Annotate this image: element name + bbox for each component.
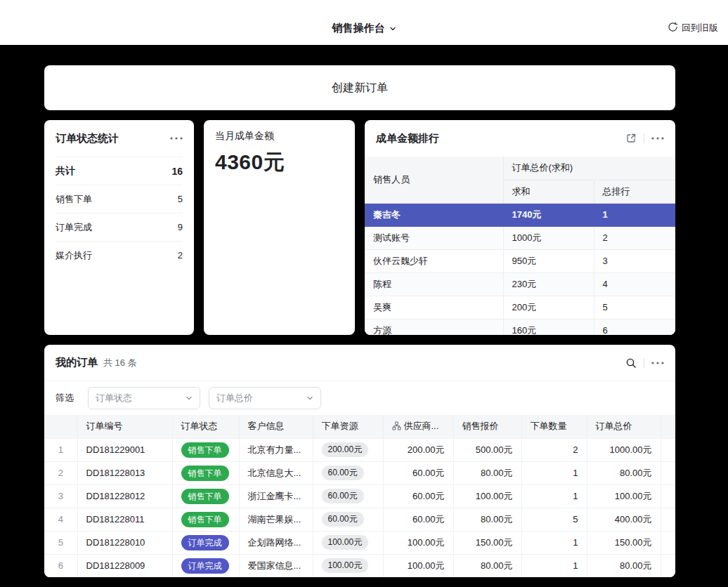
ranking-table: 销售人员 订单总价(求和) 求和 总排行 秦吉冬 1: [365, 157, 675, 335]
more-icon[interactable]: [170, 137, 183, 140]
row-index: 6: [44, 554, 77, 577]
rank-number: 5: [594, 296, 675, 319]
order-sum: 230元: [503, 272, 594, 296]
stats-row: 订单状态统计 共计 16 销售下单 5: [44, 120, 675, 335]
salesperson-name: 吴爽: [365, 296, 503, 319]
salesperson-name: 测试账号: [365, 226, 503, 249]
sales-quote: 150.00元: [453, 531, 521, 554]
filler-cell: [661, 484, 675, 508]
col-sum: 求和: [503, 180, 594, 203]
supplier-price: 60.00元: [383, 484, 453, 508]
status-row[interactable]: 共计 16: [56, 157, 183, 185]
order-total-filter[interactable]: 订单总价: [209, 387, 321, 409]
salesperson-name: 秦吉冬: [365, 203, 503, 226]
search-icon[interactable]: [625, 357, 637, 369]
order-row[interactable]: 3 DD181228012 销售下单 浙江金鹰卡... 60.00元 60.00…: [44, 484, 675, 508]
more-icon[interactable]: [651, 362, 664, 364]
supplier-price: 60.00元: [383, 461, 453, 484]
order-quantity: 2: [521, 438, 587, 461]
resource-cell: 100.00元: [313, 554, 383, 577]
monthly-amount-value: 4360元: [215, 148, 344, 177]
order-quantity: 1: [521, 531, 587, 554]
col-order-quantity[interactable]: 下单数量: [521, 415, 587, 438]
ranking-row[interactable]: 吴爽 200元 5: [365, 296, 675, 319]
status-value: 16: [171, 166, 183, 177]
filler-cell: [661, 438, 675, 461]
col-order-resource[interactable]: 下单资源: [313, 415, 383, 438]
resource-cell: 100.00元: [313, 531, 383, 554]
sales-quote: 80.00元: [453, 554, 521, 577]
order-quantity: 1: [521, 554, 587, 577]
divider: [644, 358, 644, 368]
status-row[interactable]: 销售下单 5: [56, 185, 183, 213]
order-total: 80.00元: [587, 461, 661, 484]
chevron-down-icon: [186, 393, 193, 404]
orders-card-actions: [625, 357, 664, 369]
status-badge: 销售下单: [181, 442, 229, 458]
more-icon[interactable]: [651, 137, 664, 140]
lookup-icon: [392, 421, 404, 431]
col-order-number[interactable]: 订单编号: [77, 415, 172, 438]
ranking-row[interactable]: 陈程 230元 4: [365, 272, 675, 296]
salesperson-name: 伙伴云魏少轩: [365, 249, 503, 272]
resource-cell: 200.00元: [313, 438, 383, 461]
status-card-title: 订单状态统计: [56, 132, 119, 145]
order-quantity: 1: [521, 484, 587, 508]
order-row[interactable]: 2 DD181228013 销售下单 北京信息大... 60.00元 60.00…: [44, 461, 675, 484]
rank-number: 1: [594, 203, 675, 226]
order-row[interactable]: 6 DD181228009 订单完成 爱国家信息... 100.00元 100.…: [44, 554, 675, 577]
ranking-card-header: 成单金额排行: [365, 120, 675, 157]
export-icon[interactable]: [625, 133, 637, 144]
status-badge: 销售下单: [181, 489, 229, 504]
sales-quote: 80.00元: [453, 508, 521, 531]
orders-table: 订单编号 订单状态 客户信息 下单资源 供应商... 销售报价 下单数量 订单总…: [44, 415, 675, 577]
ranking-row[interactable]: 方源 160元 6: [365, 319, 675, 335]
supplier-price: 60.00元: [383, 508, 453, 531]
col-supplier[interactable]: 供应商...: [383, 415, 453, 438]
col-customer-info[interactable]: 客户信息: [239, 415, 313, 438]
order-status-cell: 销售下单: [172, 438, 239, 461]
ranking-row[interactable]: 伙伴云魏少轩 950元 3: [365, 249, 675, 272]
order-total: 400.00元: [587, 508, 661, 531]
order-sum: 1740元: [503, 203, 594, 226]
status-row[interactable]: 订单完成 9: [56, 213, 183, 241]
order-number: DD181228009: [77, 554, 172, 577]
order-sum: 950元: [503, 249, 594, 272]
order-row[interactable]: 5 DD181228010 订单完成 企划路网络... 100.00元 100.…: [44, 531, 675, 554]
col-salesperson: 销售人员: [365, 157, 503, 203]
order-row[interactable]: 1 DD181229001 销售下单 北京有力量... 200.00元 200.…: [44, 438, 675, 461]
status-list: 共计 16 销售下单 5 订单完成 9: [44, 157, 194, 269]
col-order-total-group: 订单总价(求和): [503, 157, 675, 180]
row-index: 2: [44, 461, 77, 484]
filler-cell: [661, 531, 675, 554]
create-order-button[interactable]: 创建新订单: [44, 65, 675, 110]
col-rank: 总排行: [594, 180, 675, 203]
app-title-dropdown[interactable]: 销售操作台: [332, 22, 396, 35]
filter-label: 筛选: [56, 392, 74, 404]
ranking-row[interactable]: 秦吉冬 1740元 1: [365, 203, 675, 226]
col-order-total[interactable]: 订单总价: [587, 415, 661, 438]
status-label: 订单完成: [56, 221, 92, 234]
ranking-card: 成单金额排行 销售人员: [365, 120, 675, 335]
row-index: 5: [44, 531, 77, 554]
status-row[interactable]: 媒介执行 2: [56, 241, 183, 269]
order-total-filter-value: 订单总价: [216, 392, 253, 404]
back-to-old-version-button[interactable]: 回到旧版: [668, 11, 718, 45]
sales-quote: 80.00元: [453, 461, 521, 484]
col-sales-quote[interactable]: 销售报价: [453, 415, 521, 438]
resource-tag: 60.00元: [322, 489, 364, 503]
row-index: 1: [44, 438, 77, 461]
order-status-filter[interactable]: 订单状态: [88, 387, 200, 409]
history-icon: [668, 22, 678, 34]
app-title: 销售操作台: [332, 22, 385, 35]
order-number: DD181228011: [77, 508, 172, 531]
page: 销售操作台 回到旧版 创建新订单 订单状态统计: [0, 0, 728, 587]
divider: [644, 133, 644, 143]
order-sum: 160元: [503, 319, 594, 335]
order-row[interactable]: 4 DD181228011 销售下单 湖南芒果娱... 60.00元 60.00…: [44, 508, 675, 531]
col-order-status[interactable]: 订单状态: [172, 415, 239, 438]
ranking-row[interactable]: 测试账号 1000元 2: [365, 226, 675, 249]
order-status-cell: 销售下单: [172, 461, 239, 484]
orders-count: 共 16 条: [103, 357, 137, 369]
ranking-card-title: 成单金额排行: [376, 132, 439, 145]
